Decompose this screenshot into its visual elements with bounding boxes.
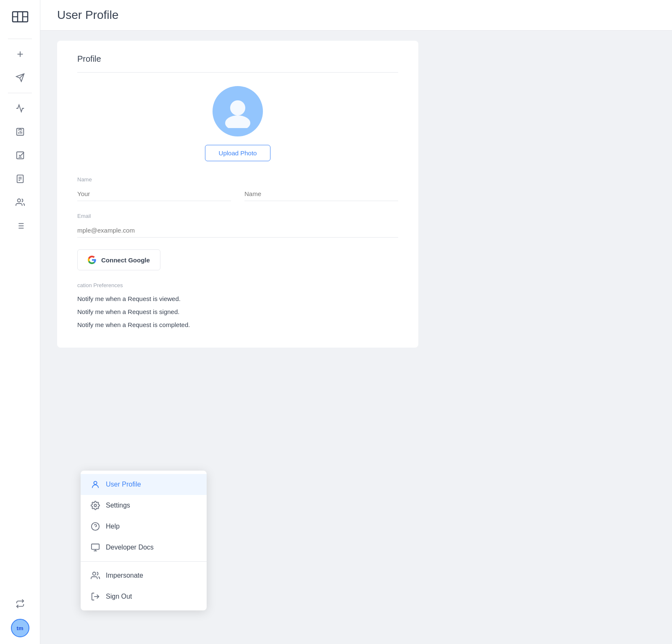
settings-icon — [91, 501, 100, 510]
sidebar: tm — [0, 0, 40, 644]
sidebar-item-checklist[interactable] — [10, 145, 30, 165]
sidebar-item-send[interactable] — [10, 68, 30, 88]
svg-point-24 — [225, 115, 250, 128]
sidebar-item-document[interactable] — [10, 169, 30, 189]
profile-avatar — [213, 86, 263, 136]
connect-google-button[interactable]: Connect Google — [77, 249, 160, 270]
first-name-input[interactable] — [77, 187, 231, 201]
user-dropdown-menu: User Profile Settings Help Develope — [81, 471, 207, 610]
email-label: Email — [77, 213, 398, 219]
dropdown-label-impersonate: Impersonate — [106, 572, 143, 579]
svg-point-23 — [230, 100, 245, 115]
connect-google-section: Connect Google — [77, 249, 398, 270]
dropdown-item-sign-out[interactable]: Sign Out — [81, 586, 207, 607]
profile-card-title: Profile — [77, 54, 398, 73]
last-name-input[interactable] — [244, 187, 398, 201]
svg-point-26 — [94, 482, 97, 484]
notification-title: cation Preferences — [77, 282, 398, 288]
help-icon — [91, 522, 100, 531]
first-name-field — [77, 187, 231, 201]
avatar-section: Upload Photo — [77, 86, 398, 161]
email-input[interactable] — [77, 223, 398, 238]
dropdown-item-impersonate[interactable]: Impersonate — [81, 565, 207, 586]
sidebar-item-connections[interactable] — [10, 594, 30, 614]
upload-photo-button[interactable]: Upload Photo — [205, 145, 271, 161]
sign-out-icon — [91, 592, 100, 601]
dropdown-label-user-profile: User Profile — [106, 481, 141, 488]
main-content: User Profile Profile Upload Photo Name — [40, 0, 672, 644]
profile-card: Profile Upload Photo Name — [57, 41, 418, 348]
sidebar-item-plus[interactable] — [10, 44, 30, 64]
sidebar-item-users[interactable] — [10, 192, 30, 212]
dropdown-divider — [81, 561, 207, 562]
google-icon — [88, 256, 96, 264]
top-bar: User Profile — [40, 0, 672, 31]
sidebar-item-analytics[interactable] — [10, 98, 30, 118]
name-label: Name — [77, 176, 398, 183]
notif-item-completed: Notify me when a Request is completed. — [77, 321, 398, 328]
svg-point-27 — [94, 504, 97, 507]
svg-point-33 — [93, 572, 96, 575]
avatar-initials: tm — [17, 625, 24, 631]
svg-point-16 — [17, 199, 20, 202]
impersonate-icon — [91, 571, 100, 580]
developer-docs-icon — [91, 543, 100, 552]
dropdown-item-user-profile[interactable]: User Profile — [81, 474, 207, 495]
app-logo — [10, 7, 30, 27]
page-title: User Profile — [57, 8, 655, 22]
dropdown-item-developer-docs[interactable]: Developer Docs — [81, 537, 207, 558]
name-row — [77, 187, 398, 201]
sidebar-divider-top — [8, 39, 32, 39]
email-section: Email — [77, 213, 398, 238]
dropdown-item-settings[interactable]: Settings — [81, 495, 207, 516]
notif-item-signed: Notify me when a Request is signed. — [77, 308, 398, 315]
svg-rect-30 — [92, 544, 99, 550]
last-name-field — [244, 187, 398, 201]
notification-section: cation Preferences Notify me when a Requ… — [77, 282, 398, 328]
sidebar-item-reports[interactable] — [10, 122, 30, 142]
dropdown-label-help: Help — [106, 523, 120, 530]
svg-rect-10 — [16, 152, 24, 159]
dropdown-item-help[interactable]: Help — [81, 516, 207, 537]
dropdown-label-settings: Settings — [106, 502, 130, 509]
name-section: Name — [77, 176, 398, 201]
notif-item-viewed: Notify me when a Request is viewed. — [77, 295, 398, 302]
user-profile-icon — [91, 480, 100, 489]
sidebar-divider-2 — [8, 93, 32, 93]
sidebar-item-list[interactable] — [10, 216, 30, 236]
dropdown-label-sign-out: Sign Out — [106, 593, 132, 600]
connect-google-label: Connect Google — [101, 257, 150, 264]
user-avatar-button[interactable]: tm — [11, 619, 29, 637]
dropdown-label-developer-docs: Developer Docs — [106, 544, 154, 551]
